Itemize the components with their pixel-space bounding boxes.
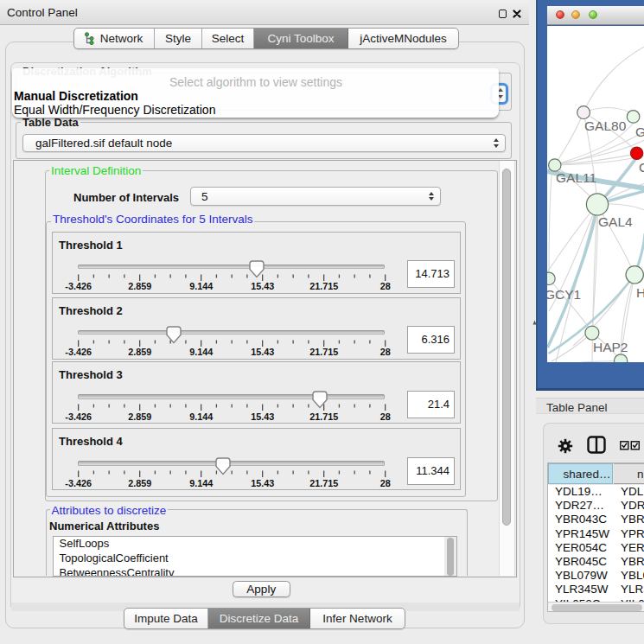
svg-text:C: C — [639, 160, 644, 175]
svg-text:GAL80: GAL80 — [584, 118, 627, 133]
svg-text:HAP2: HAP2 — [593, 340, 628, 354]
svg-text:GCY1: GCY1 — [547, 287, 581, 302]
svg-text:GAL11: GAL11 — [556, 170, 596, 185]
svg-text:GA: GA — [635, 124, 644, 139]
svg-text:GAL4: GAL4 — [598, 214, 633, 229]
svg-text:HI: HI — [636, 285, 644, 300]
